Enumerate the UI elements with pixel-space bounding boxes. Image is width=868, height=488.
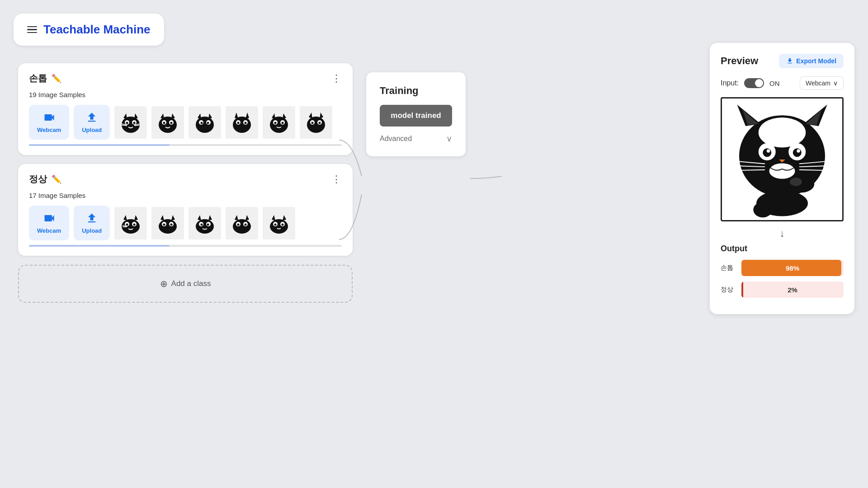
cat-preview-svg — [722, 99, 842, 220]
svg-point-25 — [233, 117, 251, 133]
class-card-header-1: 손톱 ✏️ ⋮ — [29, 72, 342, 84]
svg-marker-27 — [245, 113, 249, 119]
svg-point-23 — [201, 122, 203, 124]
svg-point-55 — [159, 219, 177, 234]
thumbnail-1-1 — [114, 106, 147, 139]
thumbnail-2-3 — [189, 207, 221, 239]
svg-marker-2 — [134, 113, 138, 119]
upload-button-2[interactable]: Upload — [74, 206, 110, 240]
svg-marker-12 — [160, 113, 164, 119]
svg-marker-56 — [160, 215, 164, 221]
chevron-down-icon: ∨ — [446, 134, 452, 144]
preview-title: Preview — [721, 55, 758, 67]
advanced-row[interactable]: Advanced ∨ — [380, 134, 452, 144]
svg-point-16 — [163, 122, 165, 124]
svg-marker-26 — [235, 113, 238, 119]
thumbnail-2-2 — [151, 207, 184, 239]
svg-marker-41 — [320, 113, 323, 119]
svg-rect-99 — [783, 168, 788, 175]
svg-point-5 — [126, 122, 128, 124]
menu-button[interactable] — [27, 26, 37, 33]
export-model-button[interactable]: Export Model — [779, 54, 844, 68]
edit-icon-2[interactable]: ✏️ — [52, 174, 61, 184]
svg-point-95 — [797, 149, 800, 153]
webcam-button-1[interactable]: Webcam — [29, 105, 69, 140]
svg-line-8 — [122, 125, 127, 126]
svg-marker-64 — [208, 215, 212, 221]
svg-point-18 — [196, 117, 214, 133]
svg-point-32 — [270, 117, 288, 133]
svg-marker-40 — [309, 113, 312, 119]
class-card-2: 정상 ✏️ ⋮ 17 Image Samples Webcam Upload — [18, 164, 353, 256]
training-title: Training — [380, 85, 452, 97]
toggle-on-label: ON — [769, 80, 780, 87]
svg-point-30 — [237, 122, 240, 124]
training-box: Training model trained Advanced ∨ — [366, 72, 466, 156]
svg-point-61 — [170, 223, 173, 225]
down-arrow: ↓ — [721, 228, 844, 239]
plus-icon: ⊕ — [160, 278, 168, 289]
toggle-knob — [755, 79, 763, 87]
svg-point-109 — [753, 202, 772, 217]
thumbnail-1-5 — [263, 106, 295, 139]
svg-point-69 — [233, 219, 251, 234]
svg-point-11 — [159, 117, 177, 133]
samples-row-1: Webcam Upload — [29, 105, 342, 140]
svg-point-44 — [311, 122, 314, 124]
add-class-button[interactable]: ⊕ Add a class — [18, 265, 353, 303]
svg-point-107 — [790, 178, 802, 186]
upload-button-1[interactable]: Upload — [74, 105, 110, 140]
output-label-1: 손톱 — [721, 264, 737, 272]
svg-point-93 — [793, 148, 802, 157]
edit-icon-1[interactable]: ✏️ — [52, 74, 61, 84]
svg-point-45 — [319, 122, 321, 124]
more-icon-1[interactable]: ⋮ — [331, 73, 342, 84]
svg-line-10 — [134, 125, 140, 126]
svg-marker-47 — [123, 215, 127, 221]
output-title: Output — [721, 244, 844, 253]
svg-marker-77 — [272, 215, 275, 221]
output-row-1: 손톱 98% — [721, 260, 844, 276]
advanced-label: Advanced — [380, 135, 412, 143]
class-name-row-2: 정상 ✏️ — [29, 173, 61, 185]
webcam-select[interactable]: Webcam ∨ — [800, 76, 844, 90]
model-trained-button[interactable]: model trained — [380, 105, 452, 127]
output-label-2: 정상 — [721, 286, 737, 294]
output-percent-2: 2% — [741, 286, 844, 294]
svg-marker-34 — [283, 113, 286, 119]
output-bar-1: 98% — [741, 260, 844, 276]
svg-point-92 — [763, 148, 771, 157]
svg-marker-1 — [123, 113, 127, 119]
svg-marker-48 — [134, 215, 138, 221]
svg-point-94 — [767, 149, 770, 153]
more-icon-2[interactable]: ⋮ — [331, 174, 342, 185]
svg-point-97 — [769, 164, 795, 179]
svg-marker-63 — [198, 215, 201, 221]
input-row: Input: ON Webcam ∨ — [721, 76, 844, 90]
svg-point-60 — [163, 223, 165, 225]
thumbnail-1-2 — [151, 106, 184, 139]
samples-label-2: 17 Image Samples — [29, 192, 342, 199]
svg-point-74 — [237, 223, 240, 225]
svg-point-37 — [274, 122, 277, 124]
svg-marker-33 — [272, 113, 275, 119]
class-name-row-1: 손톱 ✏️ — [29, 72, 61, 84]
svg-point-67 — [201, 223, 203, 225]
svg-point-31 — [245, 122, 247, 124]
preview-header: Preview Export Model — [721, 54, 844, 68]
svg-point-82 — [282, 223, 284, 225]
svg-point-24 — [207, 122, 209, 124]
preview-panel: Preview Export Model Input: ON Webcam ∨ — [710, 43, 854, 314]
class-card-1: 손톱 ✏️ ⋮ 19 Image Samples Webcam Upload — [18, 63, 353, 155]
svg-point-39 — [307, 117, 325, 133]
output-row-2: 정상 2% — [721, 282, 844, 298]
input-toggle[interactable] — [744, 78, 764, 88]
svg-point-62 — [196, 219, 214, 234]
classes-column: 손톱 ✏️ ⋮ 19 Image Samples Webcam Upload — [18, 63, 353, 303]
svg-marker-20 — [208, 113, 212, 119]
webcam-button-2[interactable]: Webcam — [29, 206, 69, 240]
svg-marker-70 — [235, 215, 238, 221]
class-name-2: 정상 — [29, 173, 47, 185]
svg-marker-19 — [198, 113, 201, 119]
svg-point-46 — [122, 219, 140, 234]
